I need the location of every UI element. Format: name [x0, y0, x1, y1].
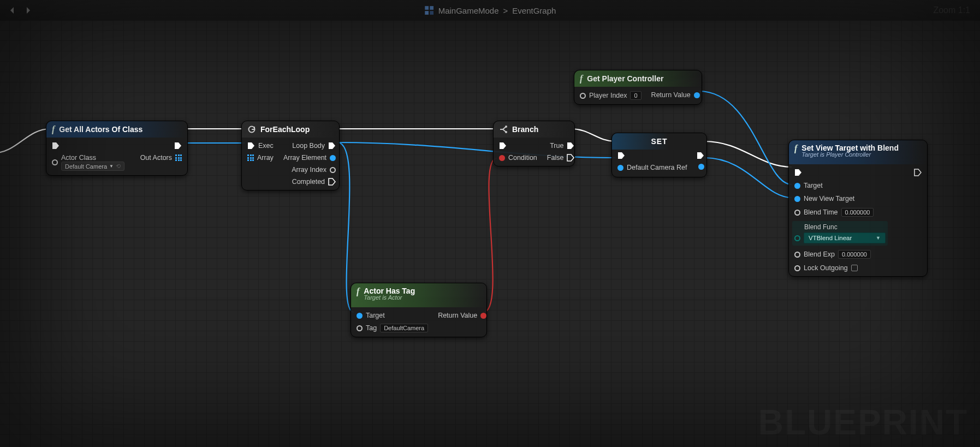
false-pin[interactable]: False	[547, 154, 575, 162]
nav-back-button[interactable]	[8, 5, 17, 15]
target-pin[interactable]: Target	[794, 182, 886, 189]
true-pin[interactable]: True	[550, 142, 574, 150]
node-subtitle: Target is Actor	[364, 294, 415, 301]
condition-pin[interactable]: Condition	[499, 154, 537, 162]
out-actors-pin[interactable]: Out Actors	[140, 154, 182, 162]
pin-label: Actor Class	[61, 154, 124, 162]
value-out-pin[interactable]	[698, 164, 704, 170]
loop-body-pin[interactable]: Loop Body	[292, 142, 336, 150]
exec-in-pin[interactable]	[52, 142, 124, 150]
crumb-root[interactable]: MainGameMode	[438, 6, 499, 15]
new-view-target-pin[interactable]: New View Target	[794, 195, 886, 202]
exec-out-pin[interactable]	[914, 169, 922, 176]
function-icon: f	[357, 287, 359, 296]
node-title: Get Player Controller	[587, 74, 663, 83]
node-title: Branch	[512, 125, 538, 134]
value-in-pin[interactable]: Default Camera Ref	[617, 164, 687, 171]
exec-out-pin[interactable]	[174, 142, 182, 150]
return-value-pin[interactable]: Return Value	[438, 312, 486, 319]
array-in-pin[interactable]: Array	[247, 154, 274, 162]
macro-loop-icon	[247, 125, 256, 134]
pin-label: Out Actors	[140, 154, 172, 162]
breadcrumb[interactable]: MainGameMode > EventGraph	[424, 5, 556, 15]
svg-point-6	[505, 131, 507, 133]
lock-outgoing-pin[interactable]: Lock Outgoing	[794, 264, 886, 272]
blend-time-pin[interactable]: Blend Time 0.000000	[794, 208, 886, 217]
node-header[interactable]: f Get Player Controller	[574, 70, 702, 87]
node-header[interactable]: f Get All Actors Of Class	[46, 121, 187, 138]
top-bar: MainGameMode > EventGraph Zoom 1:1	[0, 0, 980, 21]
blend-exp-pin[interactable]: Blend Exp 0.000000	[794, 250, 886, 259]
blend-exp-input[interactable]: 0.000000	[838, 250, 871, 259]
svg-rect-2	[425, 11, 429, 15]
array-pin-icon	[247, 154, 254, 161]
blend-time-input[interactable]: 0.000000	[841, 208, 874, 217]
node-header[interactable]: Branch	[494, 121, 574, 138]
function-icon: f	[52, 124, 55, 134]
node-actor-has-tag[interactable]: f Actor Has Tag Target is Actor Target T…	[351, 283, 487, 337]
node-foreach[interactable]: ForEachLoop Exec Array Loop Body Array E…	[241, 121, 340, 190]
tag-pin[interactable]: Tag DefaultCamera	[357, 324, 428, 332]
exec-in-pin[interactable]	[794, 169, 886, 176]
node-get-all-actors[interactable]: f Get All Actors Of Class Actor Class De…	[46, 121, 188, 176]
blueprint-watermark: BLUEPRINT	[758, 402, 968, 443]
node-set-variable[interactable]: SET Default Camera Ref	[611, 133, 707, 177]
nav-forward-button[interactable]	[23, 5, 33, 15]
player-index-input[interactable]: 0	[630, 91, 641, 100]
node-subtitle: Target is Player Controller	[801, 151, 899, 158]
chevron-down-icon: ▼	[876, 235, 881, 241]
node-title: SET	[651, 137, 667, 146]
svg-point-5	[505, 126, 507, 128]
node-header[interactable]: SET	[612, 133, 706, 150]
actor-class-pin[interactable]: Actor Class Default Camera ▼ ⟲	[52, 154, 124, 171]
player-index-pin[interactable]: Player Index 0	[580, 91, 642, 100]
node-header[interactable]: f Set View Target with Blend Target is P…	[789, 140, 927, 164]
lock-outgoing-checkbox[interactable]	[851, 265, 858, 271]
branch-icon	[499, 125, 508, 134]
node-title: ForEachLoop	[260, 125, 310, 134]
chevron-down-icon: ▼	[109, 164, 114, 169]
exec-in-pin[interactable]	[499, 142, 537, 150]
blueprint-icon	[424, 5, 434, 15]
tag-input[interactable]: DefaultCamera	[380, 324, 428, 332]
zoom-label: Zoom 1:1	[933, 5, 970, 15]
node-branch[interactable]: Branch Condition True False	[493, 121, 575, 166]
blend-func-pin[interactable]: VTBlend Linear ▼	[794, 233, 886, 243]
array-index-pin[interactable]: Array Index	[292, 166, 336, 174]
exec-in-pin[interactable]: Exec	[247, 142, 274, 150]
node-get-player-controller[interactable]: f Get Player Controller Player Index 0 R…	[574, 70, 702, 105]
crumb-leaf[interactable]: EventGraph	[512, 6, 556, 15]
target-pin[interactable]: Target	[357, 312, 428, 319]
blend-func-label: Blend Func	[794, 223, 886, 231]
exec-out-pin[interactable]	[697, 152, 704, 159]
array-element-pin[interactable]: Array Element	[283, 154, 336, 162]
function-icon: f	[794, 144, 797, 153]
actor-class-dropdown[interactable]: Default Camera ▼ ⟲	[61, 162, 124, 171]
node-header[interactable]: f Actor Has Tag Target is Actor	[351, 283, 486, 307]
node-title: Get All Actors Of Class	[59, 125, 142, 134]
svg-rect-0	[425, 6, 429, 10]
array-pin-icon	[175, 154, 182, 161]
completed-pin[interactable]: Completed	[292, 178, 336, 186]
svg-rect-1	[430, 6, 433, 10]
exec-in-pin[interactable]	[617, 152, 687, 159]
blend-func-dropdown[interactable]: VTBlend Linear ▼	[804, 233, 886, 243]
return-value-pin[interactable]: Return Value	[651, 91, 700, 99]
function-icon: f	[580, 74, 583, 84]
node-set-view-target[interactable]: f Set View Target with Blend Target is P…	[788, 140, 928, 277]
node-header[interactable]: ForEachLoop	[242, 121, 339, 138]
crumb-sep: >	[503, 6, 508, 15]
svg-rect-3	[430, 11, 433, 15]
